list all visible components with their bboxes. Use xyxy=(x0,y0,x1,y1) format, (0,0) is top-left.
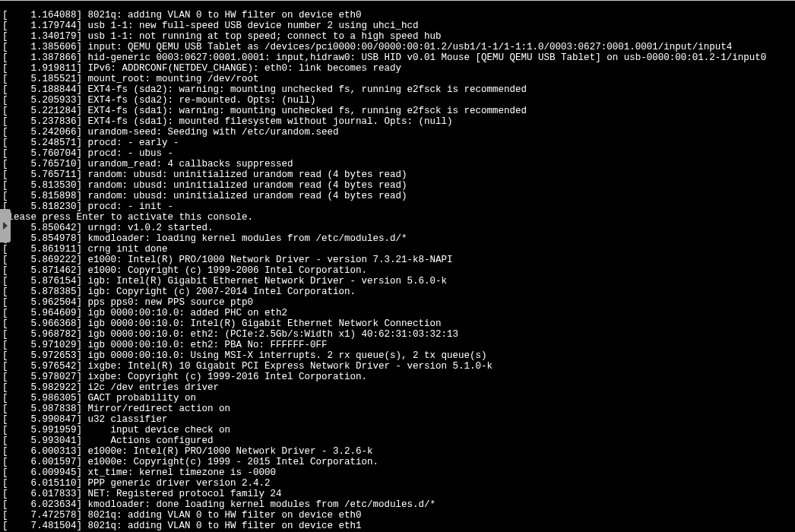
serial-console-output[interactable]: [ 1.164088] 8021q: adding VLAN 0 to HW f… xyxy=(0,10,795,532)
play-right-icon xyxy=(2,222,8,230)
window-top-border xyxy=(0,0,795,1)
svg-marker-0 xyxy=(3,222,8,230)
left-drawer-toggle[interactable] xyxy=(0,209,11,242)
